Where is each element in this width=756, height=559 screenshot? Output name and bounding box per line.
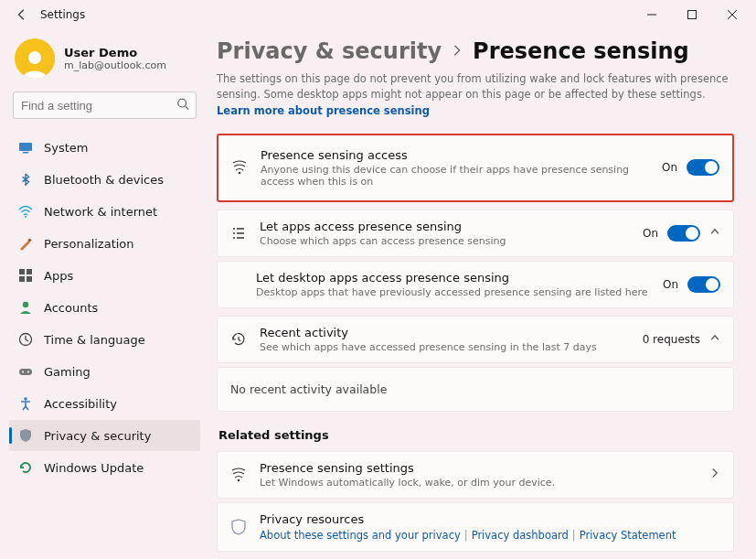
network-icon <box>18 204 33 219</box>
presence-icon <box>231 159 248 176</box>
sidebar-item-label: Network & internet <box>44 205 157 219</box>
apps-access-card[interactable]: Let apps access presence sensing Choose … <box>217 210 734 257</box>
card-subtitle: Desktop apps that have previously access… <box>256 286 650 298</box>
card-subtitle: Let Windows automatically lock, wake, or… <box>260 477 697 489</box>
svg-rect-9 <box>19 269 25 274</box>
sidebar-item-label: Bluetooth & devices <box>44 173 164 187</box>
sidebar-item-apps[interactable]: Apps <box>9 260 200 291</box>
requests-count: 0 requests <box>643 333 700 346</box>
sidebar-item-update[interactable]: Windows Update <box>9 452 200 483</box>
svg-point-7 <box>25 216 27 218</box>
presence-access-toggle[interactable] <box>687 159 719 176</box>
chevron-right-icon <box>451 44 463 59</box>
profile-name: User Demo <box>64 46 166 59</box>
svg-point-13 <box>23 302 28 307</box>
chevron-right-icon <box>709 468 720 481</box>
svg-rect-6 <box>23 152 28 154</box>
close-button[interactable] <box>712 0 752 29</box>
profile-block[interactable]: User Demo m_lab@outlook.com <box>9 33 200 91</box>
sidebar-item-label: Time & language <box>44 333 145 347</box>
search-icon <box>176 98 189 113</box>
sidebar-item-label: Privacy & security <box>44 429 151 443</box>
desktop-apps-toggle[interactable] <box>687 276 720 293</box>
privacy-resources-card: Privacy resources About these settings a… <box>217 502 734 552</box>
personalization-icon <box>18 236 33 251</box>
accounts-icon <box>18 300 33 315</box>
svg-line-4 <box>186 106 189 110</box>
presence-settings-card[interactable]: Presence sensing settings Let Windows au… <box>217 451 734 499</box>
sidebar-item-accounts[interactable]: Accounts <box>9 292 200 323</box>
toggle-label: On <box>662 161 677 174</box>
chevron-up-icon <box>709 226 720 240</box>
accessibility-icon <box>18 396 33 411</box>
svg-point-17 <box>27 371 29 373</box>
svg-point-16 <box>22 371 24 373</box>
privacy-link-statement[interactable]: Privacy Statement <box>580 529 676 542</box>
svg-point-19 <box>239 172 241 175</box>
update-icon <box>18 460 33 475</box>
sidebar-item-bluetooth[interactable]: Bluetooth & devices <box>9 164 200 195</box>
presence-access-card: Presence sensing access Anyone using thi… <box>217 134 734 202</box>
toggle-label: On <box>643 227 658 240</box>
sidebar-item-accessibility[interactable]: Accessibility <box>9 388 200 419</box>
page-title: Presence sensing <box>473 38 689 64</box>
time-icon <box>18 332 33 347</box>
sidebar-item-label: System <box>44 141 88 155</box>
sidebar-item-privacy[interactable]: Privacy & security <box>9 420 200 451</box>
back-button[interactable] <box>4 0 40 29</box>
sidebar-item-label: Personalization <box>44 237 134 251</box>
sidebar-item-label: Windows Update <box>44 461 144 475</box>
privacy-link-about[interactable]: About these settings and your privacy <box>260 529 461 542</box>
card-title: Privacy resources <box>260 512 720 526</box>
card-title: Presence sensing access <box>261 148 649 162</box>
apps-icon <box>18 268 33 283</box>
privacy-icon <box>18 428 33 443</box>
svg-rect-5 <box>19 143 32 151</box>
svg-point-18 <box>24 397 27 401</box>
privacy-link-dashboard[interactable]: Privacy dashboard <box>472 529 569 542</box>
sidebar-item-label: Accounts <box>44 301 98 315</box>
svg-point-3 <box>178 99 186 107</box>
card-title: Recent activity <box>260 326 630 339</box>
apps-access-toggle[interactable] <box>667 225 700 242</box>
profile-email: m_lab@outlook.com <box>64 59 166 71</box>
svg-rect-11 <box>19 276 25 282</box>
shield-icon <box>230 519 247 535</box>
sidebar-item-gaming[interactable]: Gaming <box>9 356 200 387</box>
sidebar-item-personalization[interactable]: Personalization <box>9 228 200 259</box>
svg-point-20 <box>238 478 240 481</box>
sidebar-item-label: Apps <box>44 269 73 283</box>
no-recent-card: No recent activity available <box>217 367 734 412</box>
system-icon <box>18 140 33 155</box>
presence-settings-icon <box>230 467 247 483</box>
page-description: The settings on this page do not prevent… <box>217 71 734 119</box>
card-title: Let apps access presence sensing <box>260 220 630 233</box>
related-heading: Related settings <box>218 428 734 442</box>
maximize-button[interactable] <box>672 0 712 29</box>
window-title: Settings <box>40 8 85 21</box>
recent-activity-card[interactable]: Recent activity See which apps have acce… <box>217 316 734 363</box>
card-subtitle: See which apps have accessed presence se… <box>260 341 630 353</box>
chevron-up-icon <box>709 332 720 346</box>
history-icon <box>230 331 247 348</box>
gaming-icon <box>18 364 33 379</box>
minimize-button[interactable] <box>632 0 672 29</box>
card-subtitle: Anyone using this device can choose if t… <box>261 164 649 188</box>
breadcrumb: Privacy & security Presence sensing <box>217 38 734 64</box>
avatar <box>15 38 55 79</box>
learn-more-link[interactable]: Learn more about presence sensing <box>217 104 430 117</box>
svg-rect-10 <box>27 269 32 274</box>
card-title: No recent activity available <box>230 382 720 396</box>
sidebar-item-label: Gaming <box>44 365 91 379</box>
breadcrumb-parent[interactable]: Privacy & security <box>217 38 442 64</box>
sidebar-item-label: Accessibility <box>44 397 117 411</box>
svg-rect-15 <box>19 369 32 375</box>
svg-rect-12 <box>27 276 32 282</box>
desktop-apps-card: Let desktop apps access presence sensing… <box>217 261 734 308</box>
sidebar-item-time[interactable]: Time & language <box>9 324 200 355</box>
search-input[interactable] <box>13 91 197 119</box>
svg-rect-1 <box>688 11 697 19</box>
sidebar-item-system[interactable]: System <box>9 132 200 163</box>
card-title: Let desktop apps access presence sensing <box>256 271 650 285</box>
sidebar-item-network[interactable]: Network & internet <box>9 196 200 227</box>
